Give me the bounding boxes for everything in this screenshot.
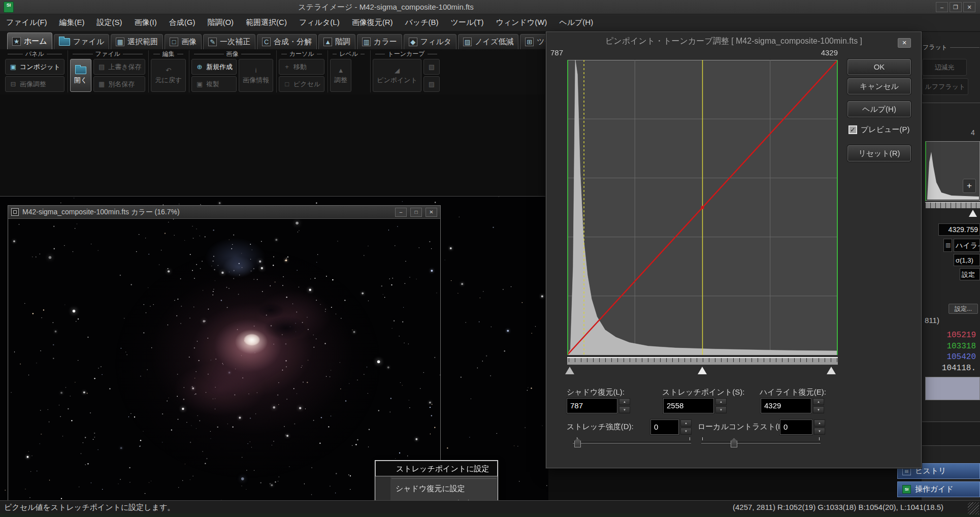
strength-spinner[interactable]: ▲▼ — [680, 419, 692, 435]
tab-カラー[interactable]: ▥カラー — [357, 34, 402, 49]
strength-field-label: ストレッチ強度(D): — [567, 422, 634, 432]
tab-label: 選択範囲 — [127, 37, 158, 47]
image-window-titlebar[interactable]: M42-sigma_composite-100min.fts カラー (16.7… — [8, 206, 440, 219]
tab-画像[interactable]: □画像 — [165, 34, 202, 49]
tab-合成・分解[interactable]: C合成・分解 — [257, 34, 317, 49]
panel-sigma-box[interactable]: σ(1,3) — [954, 254, 980, 266]
menu-item-8[interactable]: 画像復元(R) — [352, 18, 393, 27]
stretch-spinner[interactable]: ▲▼ — [715, 398, 727, 413]
menu-item-1[interactable]: 編集(E) — [59, 18, 85, 27]
local-contrast-slider[interactable] — [701, 437, 821, 447]
shadow-marker-triangle[interactable] — [565, 367, 574, 374]
ribbon-button-画像調整[interactable]: ⊟画像調整 — [5, 76, 64, 92]
status-bar-lower-strip — [0, 513, 980, 517]
ribbon-button-複製[interactable]: ▣複製 — [191, 76, 237, 92]
tab-ノイズ低減[interactable]: ▨ノイズ低減 — [458, 34, 518, 49]
panel-marker-triangle[interactable] — [969, 210, 977, 217]
local-contrast-input[interactable]: 0 — [780, 419, 812, 435]
ribbon-button-画像情報[interactable]: i画像情報 — [239, 59, 273, 92]
strength-input[interactable]: 0 — [650, 419, 679, 435]
tab-選択範囲[interactable]: ▦選択範囲 — [111, 34, 163, 49]
app-minimize-button[interactable]: – — [936, 2, 948, 12]
ribbon-button-icon — [75, 67, 86, 74]
menu-item-0[interactable]: ファイル(F) — [6, 18, 47, 27]
local-contrast-slider-handle[interactable] — [731, 438, 737, 447]
menu-item-9[interactable]: バッチ(B) — [405, 18, 438, 27]
context-menu-item-ストレッチポイントに設定[interactable]: ストレッチポイントに設定 — [375, 461, 498, 476]
image-window-icon — [11, 208, 19, 216]
histogram-ruler — [567, 357, 838, 365]
help-button[interactable]: ヘルプ(H) — [847, 101, 911, 117]
stretch-marker-triangle[interactable] — [698, 367, 707, 374]
menu-item-4[interactable]: 合成(G) — [169, 18, 195, 27]
tab-一次補正[interactable]: ✎一次補正 — [203, 34, 255, 49]
ribbon-button-icon[interactable]: ▧ — [423, 59, 440, 75]
tab-ファイル[interactable]: ファイル — [54, 34, 109, 49]
vignetting-button[interactable]: 辺減光 — [922, 59, 967, 76]
menu-item-5[interactable]: 階調(O) — [207, 18, 234, 27]
highlight-spinner[interactable]: ▲▼ — [813, 398, 824, 413]
menu-item-11[interactable]: ウィンドウ(W) — [496, 18, 547, 27]
operation-guide-bar[interactable]: SI 操作ガイド — [897, 481, 980, 497]
panel-selected-swatch[interactable] — [925, 377, 980, 400]
preview-checkbox-row[interactable]: ✓ プレビュー(P) — [848, 125, 909, 135]
panel-zoom-plus-button[interactable]: + — [963, 179, 976, 193]
panel-settings-box[interactable]: 設定 — [960, 268, 980, 280]
stretch-input[interactable]: 2558 — [663, 398, 714, 413]
ribbon-button-新規作成[interactable]: ⊕新規作成 — [191, 59, 237, 75]
ribbon-group-label: カーソル — [279, 50, 324, 58]
tab-フィルタ[interactable]: ◆フィルタ — [404, 34, 456, 49]
dialog-title: ピンポイント・トーンカーブ調整 [ M42-sigma_composite-10… — [546, 32, 921, 49]
ribbon-button-開く[interactable]: 開く — [70, 59, 91, 92]
highlight-marker-triangle[interactable] — [827, 367, 836, 374]
selfflat-button[interactable]: ルフフラット — [922, 78, 968, 95]
ribbon-button-label: コンポジット — [20, 62, 60, 72]
panel-settings-button[interactable]: 設定... — [949, 304, 978, 314]
tab-icon: ▦ — [116, 38, 124, 46]
tone-curve-histogram[interactable] — [567, 60, 838, 355]
context-menu-item-シャドウ復元に設定[interactable]: シャドウ復元に設定 — [375, 481, 498, 496]
resize-grip[interactable] — [968, 502, 979, 514]
ribbon-group-label: トーンカーブ — [373, 50, 440, 58]
image-window-close-button[interactable]: ✕ — [426, 208, 437, 217]
ribbon-button-コンポジット[interactable]: ▣コンポジット — [5, 59, 64, 75]
strength-slider[interactable] — [573, 437, 691, 447]
image-window-minimize-button[interactable]: – — [395, 208, 407, 217]
ribbon-button-上書き保存[interactable]: ▤上書き保存 — [93, 59, 145, 75]
image-window-maximize-button[interactable]: □ — [410, 208, 422, 217]
ribbon-button-調整[interactable]: ▲調整 — [330, 59, 351, 92]
ribbon-button-移動[interactable]: +移動 — [279, 59, 324, 75]
ribbon-button-ピンポイント[interactable]: ◢ピンポイント — [373, 59, 421, 92]
ribbon-button-ピクセル[interactable]: □ピクセル — [279, 76, 324, 92]
dialog-close-button[interactable]: ✕ — [898, 38, 911, 48]
preview-checkbox[interactable]: ✓ — [848, 125, 857, 134]
tab-label: フィルタ — [420, 37, 451, 47]
ok-button[interactable]: OK — [847, 59, 911, 75]
ribbon-button-別名保存[interactable]: ▦別名保存 — [93, 76, 145, 92]
shadow-input[interactable]: 787 — [567, 398, 617, 413]
ribbon-button-元に戻す[interactable]: ↶元に戻す — [151, 59, 186, 92]
highlight-input[interactable]: 4329 — [761, 398, 811, 413]
app-close-button[interactable]: ✕ — [963, 2, 975, 12]
ribbon-button-icon: ↶ — [165, 67, 173, 74]
menu-item-7[interactable]: フィルタ(L) — [299, 18, 340, 27]
reset-button[interactable]: リセット(R) — [847, 145, 911, 161]
menu-item-12[interactable]: ヘルプ(H) — [559, 18, 593, 27]
menu-item-3[interactable]: 画像(I) — [135, 18, 157, 27]
shadow-spinner[interactable]: ▲▼ — [619, 398, 630, 413]
panel-value-box[interactable]: 4329.759 — [938, 223, 980, 236]
tab-階調[interactable]: ▲階調 — [318, 34, 355, 49]
strength-slider-handle[interactable] — [574, 438, 581, 447]
local-contrast-spinner[interactable]: ▲▼ — [814, 419, 825, 435]
app-maximize-button[interactable]: ❐ — [950, 2, 962, 12]
panel-highlight-box[interactable]: ハイライ — [954, 239, 980, 252]
flat-group-label: フラット — [923, 43, 979, 52]
cancel-button[interactable]: キャンセル — [847, 78, 911, 94]
menu-item-10[interactable]: ツール(T) — [451, 18, 484, 27]
ribbon-group-ファイル: ファイル開く▤上書き保存▦別名保存 — [68, 50, 148, 92]
ribbon-button-icon[interactable]: ▨ — [423, 76, 440, 92]
menu-item-6[interactable]: 範囲選択(C) — [246, 18, 287, 27]
menu-item-2[interactable]: 設定(S) — [97, 18, 122, 27]
panel-channel-value-2: 105420 — [930, 352, 976, 362]
tab-ホーム[interactable]: ★ホーム — [7, 33, 52, 49]
